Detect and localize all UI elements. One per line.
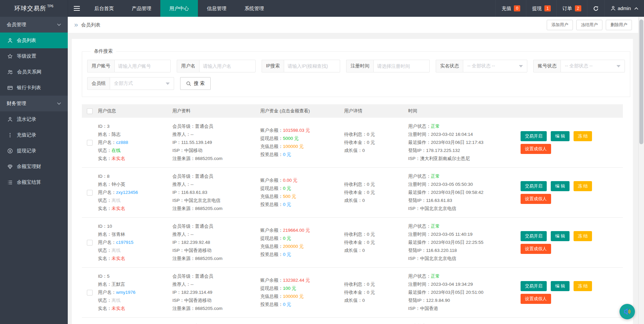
actions-cell: 交易开启编 辑冻 结设置成假人 <box>521 318 623 324</box>
field-input[interactable] <box>373 60 430 72</box>
field-line: 姓名：张青林 <box>98 230 170 238</box>
search-button[interactable]: 搜 索 <box>180 77 211 90</box>
field-line: 状态：离线 <box>98 247 170 255</box>
field-label: 账号状态 <box>533 60 560 72</box>
top-nav-item[interactable]: 后台首页 <box>85 0 123 17</box>
sidebar-item[interactable]: 银行卡列表 <box>0 80 68 96</box>
freeze-button[interactable]: 冻 结 <box>574 231 592 241</box>
users-icon <box>7 69 13 75</box>
field-line: 推荐人：-- <box>172 180 258 188</box>
row-checkbox[interactable] <box>87 190 93 196</box>
sidebar-item-label: 余额宝结算 <box>17 179 41 185</box>
person-icon <box>610 6 616 11</box>
table-row: ID：3姓名：陈志用户名：cz888状态：在线实名：未实名会员等级：普通会员推荐… <box>82 118 623 168</box>
sidebar-item[interactable]: 会员关系网 <box>0 64 68 80</box>
breadcrumb-icon: » <box>74 21 78 28</box>
trade-toggle-button[interactable]: 交易开启 <box>521 131 547 141</box>
time-cell: 用户状态：正常注册时间：2023-03-04 19:34:29最近操作：2023… <box>408 268 521 318</box>
freeze-button[interactable]: 冻 结 <box>574 181 592 191</box>
field-line: 成长值：0 <box>344 296 406 305</box>
column-header: 用户详情 <box>344 104 408 118</box>
sidebar-item[interactable]: 会员列表 <box>0 33 68 48</box>
field-line: 待收利息：0 元 <box>344 230 406 238</box>
page-action-button[interactable]: 添加用户 <box>547 20 573 30</box>
section-title-label: 财务管理 <box>7 100 26 107</box>
sidebar-item-label: 会员关系网 <box>17 69 42 75</box>
top-nav-item[interactable]: 系统管理 <box>235 0 273 17</box>
trade-toggle-button[interactable]: 交易开启 <box>521 181 547 191</box>
topbar-shortcut[interactable]: 提现1 <box>526 0 556 17</box>
scrollbar-thumb[interactable] <box>639 19 643 144</box>
row-checkbox[interactable] <box>87 140 93 146</box>
app-logo-text: 环球交易所 <box>14 4 46 12</box>
field-line: 最近操作：2023年03月06日 09:58:42 <box>408 188 519 197</box>
field-line: 待收本金：0 元 <box>344 238 406 247</box>
topbar-shortcut[interactable]: 订单2 <box>556 0 587 17</box>
page-action-button[interactable]: 冻结用户 <box>576 20 602 30</box>
sidebar-toggle-button[interactable] <box>68 0 85 17</box>
edit-button[interactable]: 编 辑 <box>551 131 570 141</box>
freeze-button[interactable]: 冻 结 <box>574 281 592 291</box>
search-field: 实名状态-- 全部状态 -- <box>436 60 527 72</box>
field-line: 用户名：zxy123456 <box>98 188 170 197</box>
user-funds-cell: 账户余额：132382.44 元提现总额：100 元充值总额：100000 元投… <box>260 268 344 318</box>
sidebar-section-title[interactable]: 财务管理 <box>0 96 68 111</box>
field-select[interactable]: 全部方式 <box>110 77 174 90</box>
table-header-row: 用户信息用户资料用户资金 (点击金额查看)用户详情时间 <box>82 104 623 118</box>
actions-cell: 交易开启编 辑冻 结设置成假人 <box>521 168 623 218</box>
trade-toggle-button[interactable]: 交易开启 <box>521 231 547 241</box>
refresh-button[interactable] <box>587 0 604 17</box>
freeze-button[interactable]: 冻 结 <box>574 131 592 141</box>
edit-button[interactable]: 编 辑 <box>551 281 570 291</box>
shortcut-label: 订单 <box>562 5 572 12</box>
top-nav-item[interactable]: 信息管理 <box>198 0 235 17</box>
field-select[interactable]: -- 全部状态 -- <box>463 60 527 72</box>
sidebar-item[interactable]: 提现记录 <box>0 143 68 159</box>
field-line: 投资总额：0 元 <box>260 251 342 259</box>
sidebar-item[interactable]: 充值记录 <box>0 127 68 143</box>
sound-toggle-button[interactable] <box>620 304 635 319</box>
top-nav-item[interactable]: 用户中心 <box>160 0 198 17</box>
sidebar-item[interactable]: 余额宝结算 <box>0 174 68 190</box>
set-fake-button[interactable]: 设置成假人 <box>521 294 551 304</box>
app-logo[interactable]: 环球交易所 TP6 <box>0 0 68 17</box>
sidebar-item-label: 提现记录 <box>17 148 36 154</box>
field-line: 注册来源：8685205.com <box>172 205 258 213</box>
set-fake-button[interactable]: 设置成假人 <box>521 244 551 254</box>
field-input[interactable] <box>199 60 256 72</box>
sidebar-item[interactable]: 流水记录 <box>0 111 68 127</box>
field-input[interactable] <box>284 60 340 72</box>
field-line: 注册来源：8685205.com <box>172 255 258 263</box>
field-select[interactable]: -- 全部状态 -- <box>560 60 625 72</box>
trade-toggle-button[interactable]: 交易开启 <box>521 281 547 291</box>
user-detail-cell: 待收利息：0 元待收本金：0 元成长值：0 <box>344 268 408 318</box>
main: 条件搜索 用户账号用户名IP搜索注册时间实名状态-- 全部状态 --账号状态--… <box>68 33 638 324</box>
set-fake-button[interactable]: 设置成假人 <box>521 144 551 154</box>
field-line: 实名：未实名 <box>98 155 170 163</box>
row-checkbox[interactable] <box>87 240 93 246</box>
sidebar-item-label: 余额宝理财 <box>17 163 41 170</box>
edit-button[interactable]: 编 辑 <box>551 181 570 191</box>
field-line: 会员等级：普通会员 <box>172 122 258 130</box>
field-input[interactable] <box>114 60 171 72</box>
sidebar-item[interactable]: 等级设置 <box>0 48 68 64</box>
sidebar-item[interactable]: 余额宝理财 <box>0 159 68 174</box>
sidebar-section-title[interactable]: 会员管理 <box>0 17 68 33</box>
row-checkbox[interactable] <box>87 290 93 295</box>
user-icon <box>7 117 13 122</box>
topbar-shortcut[interactable]: 充值0 <box>495 0 526 17</box>
page-action-button[interactable]: 删除用户 <box>606 20 632 30</box>
select-all-checkbox[interactable] <box>87 108 93 114</box>
edit-button[interactable]: 编 辑 <box>551 231 570 241</box>
top-nav-item[interactable]: 产品管理 <box>123 0 160 17</box>
vertical-scrollbar <box>638 17 644 324</box>
field-line: 待收本金：0 元 <box>344 288 406 296</box>
field-line: 待收利息：0 元 <box>344 280 406 288</box>
admin-menu[interactable]: admin <box>604 0 644 17</box>
user-info-cell: ID：9姓名：张青林用户名：z197908状态：离线实名：未实名 <box>98 318 172 324</box>
shortcut-label: 提现 <box>532 5 542 12</box>
set-fake-button[interactable]: 设置成假人 <box>521 194 551 204</box>
field-line: 账户余额：101598.03 元 <box>260 126 342 134</box>
field-line: 推荐人：-- <box>172 130 258 139</box>
topbar-right: 充值0提现1订单2 admin <box>495 0 644 17</box>
